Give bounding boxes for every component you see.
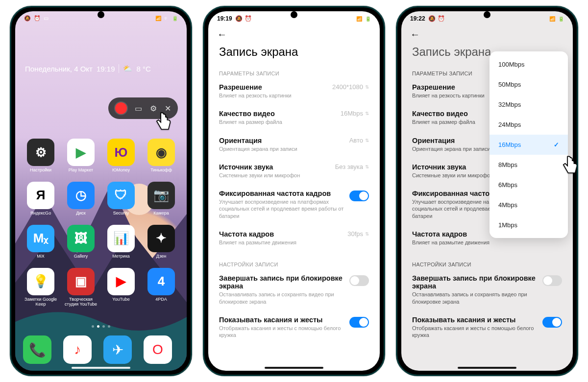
clock-widget[interactable]: Понедельник, 4 Окт 19:19 ⛅ 8 °C (25, 64, 177, 73)
app-4pda[interactable]: 44PDA (144, 268, 179, 307)
home-indicator[interactable] (72, 367, 130, 369)
app-icon[interactable]: ◉ (147, 139, 175, 166)
bitrate-option-24mbps[interactable]: 24Mbps (490, 115, 568, 135)
app-icon[interactable]: 📷 (147, 182, 175, 209)
bitrate-popup[interactable]: 100Mbps50Mbps32Mbps24Mbps16Mbps8Mbps6Mbp… (490, 51, 568, 238)
row-subtitle: Системные звуки или микрофон (219, 172, 331, 179)
row-subtitle: Влияет на размытие движения (412, 239, 537, 246)
app-диск[interactable]: ◷Диск (63, 182, 98, 216)
app-icon[interactable]: ▶ (107, 268, 135, 295)
row-value: 16Mbps (341, 110, 363, 117)
app-label: Диск (76, 211, 86, 216)
app-тинькофф[interactable]: ◉Тинькофф (144, 139, 179, 173)
app-gallery[interactable]: 🖼Gallery (63, 225, 98, 259)
row-title: Разрешение (219, 83, 328, 91)
dock-app[interactable]: ✈ (103, 335, 132, 364)
app-icon[interactable]: ◷ (67, 182, 95, 209)
screen-recorder-toolbar[interactable]: ▭ ⚙ ✕ (108, 97, 178, 119)
row-качество-видео[interactable]: Качество видеоВлияет на размер файла16Mb… (208, 105, 380, 131)
chevron-updown-icon: ⇅ (365, 231, 369, 237)
row-stop-on-lock[interactable]: Завершать запись при блокировке экрана О… (401, 269, 573, 311)
app-icon[interactable]: 4 (147, 268, 175, 295)
toggle-stop-on-lock[interactable] (349, 275, 369, 286)
home-indicator[interactable] (458, 367, 516, 369)
row-источник-звука[interactable]: Источник звукаСистемные звуки или микроф… (208, 158, 380, 185)
bitrate-option-32mbps[interactable]: 32Mbps (490, 95, 568, 115)
signal-icon: 📶 (356, 16, 362, 22)
row-ориентация[interactable]: ОриентацияОриентация экрана при записиАв… (208, 132, 380, 158)
bitrate-option-100mbps[interactable]: 100Mbps (490, 54, 568, 74)
row-subtitle: Ориентация экрана при записи (219, 145, 345, 152)
app-icon[interactable]: Ю (107, 139, 135, 166)
app-youtube[interactable]: ▶YouTube (103, 268, 139, 307)
app-настройки[interactable]: ⚙Настройки (23, 139, 58, 173)
bitrate-option-4mbps[interactable]: 4Mbps (490, 195, 568, 215)
app-icon[interactable]: 💡 (27, 268, 54, 295)
app-заметки-google-keep[interactable]: 💡Заметки Google Keep (23, 268, 58, 307)
row-fps[interactable]: Частота кадров Влияет на размытие движен… (208, 225, 380, 252)
row-title: Показывать касания и жесты (412, 316, 539, 324)
record-icon[interactable] (115, 102, 127, 114)
app-яндексgo[interactable]: ЯЯндексGo (23, 182, 58, 216)
app-юmoney[interactable]: ЮЮMoney (103, 139, 139, 173)
section-header-rec: НАСТРОЙКИ ЗАПИСИ (208, 259, 380, 269)
toggle-show-touch[interactable] (542, 317, 562, 328)
home-indicator[interactable] (265, 367, 323, 369)
app-камера[interactable]: 📷Камера (144, 182, 179, 216)
phone-home: 🔕 ⏰ ▭ 📶 ᯤ 🔋 Понедельник, 4 Окт 19:19 ⛅ 8… (10, 6, 192, 376)
app-label: Камера (153, 211, 169, 216)
page-title: Запись экрана (208, 40, 380, 68)
status-time: 19:19 (217, 15, 232, 22)
row-value: 2400*1080 (332, 83, 363, 91)
close-icon[interactable]: ✕ (165, 104, 171, 113)
bitrate-option-50mbps[interactable]: 50Mbps (490, 74, 568, 95)
app-дзен[interactable]: ✦Дзен (144, 225, 179, 259)
clock-day: Понедельник, 4 Окт (25, 65, 93, 73)
row-stop-on-lock[interactable]: Завершать запись при блокировке экрана О… (208, 269, 380, 311)
app-icon[interactable]: 🖼 (67, 225, 95, 252)
bitrate-option-6mbps[interactable]: 6Mbps (490, 175, 568, 195)
row-title: Завершать запись при блокировке экрана (412, 274, 539, 290)
app-mix[interactable]: MᵪMiX (23, 225, 58, 259)
app-метрика[interactable]: 📊Метрика (103, 225, 139, 259)
toggle-show-touch[interactable] (349, 317, 369, 328)
page-indicator (15, 325, 187, 328)
row-show-touch[interactable]: Показывать касания и жесты Отображать ка… (401, 311, 573, 345)
app-icon[interactable]: 🛡 (107, 182, 135, 209)
back-button[interactable]: ← (208, 26, 380, 40)
bitrate-option-8mbps[interactable]: 8Mbps (490, 155, 568, 175)
gear-icon[interactable]: ⚙ (150, 104, 157, 113)
app-play-маркет[interactable]: ▶Play Маркет (63, 139, 98, 173)
toggle-fixed-fps[interactable] (349, 191, 369, 201)
app-творческая-студия-youtube[interactable]: ▣Творческая студия YouTube (63, 268, 98, 307)
dock-app[interactable]: 📞 (23, 335, 51, 364)
camera-notch (484, 11, 490, 18)
app-icon[interactable]: ▶ (67, 139, 95, 166)
app-icon[interactable]: Я (27, 182, 54, 209)
row-разрешение[interactable]: РазрешениеВлияет на резкость картинки240… (208, 78, 380, 105)
back-button[interactable]: ← (401, 26, 573, 40)
app-icon[interactable]: ⚙ (27, 139, 54, 166)
dock-app[interactable]: O (144, 335, 172, 364)
dock-app[interactable]: ♪ (63, 335, 92, 364)
bitrate-option-1mbps[interactable]: 1Mbps (490, 215, 568, 235)
toggle-stop-on-lock[interactable] (542, 275, 562, 286)
row-title: Фиксированная частота кадров (219, 190, 345, 197)
chevron-updown-icon: ⇅ (365, 164, 369, 169)
row-title: Показывать касания и жесты (219, 316, 345, 324)
row-value: 30fps (347, 230, 363, 238)
row-fixed-fps[interactable]: Фиксированная частота кадров Улучшает во… (208, 185, 380, 225)
dnd-icon: 🔕 (428, 15, 436, 22)
recordings-icon[interactable]: ▭ (135, 104, 142, 113)
row-title: Качество видео (219, 110, 337, 118)
row-subtitle: Отображать касания и жесты с помощью бел… (219, 325, 345, 339)
app-icon[interactable]: ✦ (147, 225, 175, 252)
row-title: Источник звука (219, 163, 331, 171)
alarm-icon: ⏰ (34, 15, 41, 22)
app-icon[interactable]: ▣ (67, 268, 95, 295)
app-icon[interactable]: Mᵪ (27, 225, 54, 252)
app-icon[interactable]: 📊 (107, 225, 135, 252)
bitrate-option-16mbps[interactable]: 16Mbps (490, 135, 568, 155)
row-show-touch[interactable]: Показывать касания и жесты Отображать ка… (208, 311, 380, 345)
app-security[interactable]: 🛡Security (103, 182, 139, 216)
